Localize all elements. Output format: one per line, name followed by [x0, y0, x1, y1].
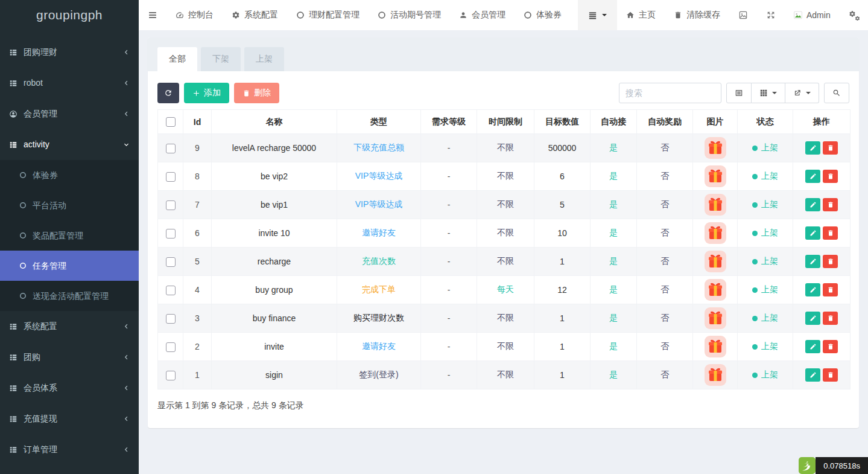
row-checkbox[interactable] [166, 314, 176, 324]
delete-row-button[interactable] [823, 255, 838, 268]
edit-button[interactable] [805, 340, 820, 353]
settings-button[interactable] [840, 0, 868, 30]
nav-item-clear-cache[interactable]: 清除缓存 [665, 0, 729, 30]
cell-type-link[interactable]: VIP等级达成 [355, 199, 403, 209]
sidebar-toggle-button[interactable] [139, 0, 166, 30]
sidebar-subitem-cash-gift-config[interactable]: 送现金活动配置管理 [0, 281, 139, 311]
edit-button[interactable] [805, 312, 820, 325]
th-list-icon [9, 415, 17, 423]
status-text: 上架 [761, 313, 778, 324]
add-button[interactable]: 添加 [184, 83, 229, 103]
delete-row-button[interactable] [823, 312, 838, 325]
cell-auto-reward: 否 [661, 143, 669, 152]
main-content: 全部 下架 上架 添加 删除 [139, 30, 868, 474]
row-checkbox[interactable] [166, 144, 176, 153]
pencil-icon [809, 229, 817, 237]
columns-button[interactable] [752, 83, 785, 103]
edit-button[interactable] [805, 368, 820, 382]
cell-type-link[interactable]: 下级充值总额 [353, 143, 404, 152]
select-all-checkbox[interactable] [166, 117, 176, 127]
row-checkbox[interactable] [166, 342, 176, 352]
row-checkbox[interactable] [166, 371, 176, 380]
col-header-name: 名称 [212, 110, 337, 134]
sidebar-item-members[interactable]: 会员管理 [0, 98, 139, 129]
edit-button[interactable] [805, 255, 820, 268]
row-checkbox[interactable] [166, 257, 176, 267]
search-button[interactable] [824, 83, 849, 103]
edit-button[interactable] [805, 170, 820, 183]
row-checkbox[interactable] [166, 229, 176, 239]
status-text: 上架 [761, 171, 778, 182]
document-image-icon [738, 10, 748, 20]
sidebar-item-robot[interactable]: robot [0, 68, 139, 98]
delete-button[interactable]: 删除 [234, 83, 279, 103]
tab-on-shelf[interactable]: 上架 [244, 47, 284, 71]
nav-doc-button[interactable] [729, 0, 757, 30]
refresh-button[interactable] [157, 83, 179, 103]
delete-row-button[interactable] [823, 198, 838, 211]
nav-item-finance-config[interactable]: 理财配置管理 [287, 0, 369, 30]
nav-item-dashboard[interactable]: 控制台 [166, 0, 223, 30]
edit-button[interactable] [805, 283, 820, 296]
sidebar-subitem-task-manage[interactable]: 任务管理 [0, 251, 139, 281]
tab-all[interactable]: 全部 [157, 47, 197, 71]
sidebar-submenu-activity: 体验券 平台活动 奖品配置管理 任务管理 送现金活动配置管理 [0, 160, 139, 311]
cell-required-level: - [448, 285, 451, 295]
delete-row-button[interactable] [823, 340, 838, 353]
detail-view-button[interactable] [726, 83, 752, 103]
row-checkbox[interactable] [166, 200, 176, 210]
fullscreen-button[interactable] [757, 0, 785, 30]
cell-type-link[interactable]: 完成下单 [362, 284, 396, 294]
nav-item-label: 主页 [639, 10, 656, 21]
delete-row-button[interactable] [823, 170, 838, 183]
sidebar-item-order-manage[interactable]: 订单管理 [0, 434, 139, 465]
toolbar-right [619, 83, 849, 103]
nav-item-system-config[interactable]: 系统配置 [223, 0, 287, 30]
cell-type-link[interactable]: 邀请好友 [362, 341, 396, 351]
delete-row-button[interactable] [823, 368, 838, 382]
nav-item-home[interactable]: 主页 [617, 0, 665, 30]
gift-image [705, 364, 726, 386]
sidebar-item-recharge-withdraw[interactable]: 充值提现 [0, 403, 139, 434]
nav-menu-dropdown[interactable] [578, 0, 617, 30]
search-input[interactable] [619, 83, 721, 103]
brand-logo[interactable]: groupingph [0, 0, 139, 30]
sidebar-subitem-prize-config[interactable]: 奖品配置管理 [0, 220, 139, 251]
sidebar-subitem-platform-activity[interactable]: 平台活动 [0, 190, 139, 220]
status-badge: 上架 [752, 370, 778, 380]
row-checkbox[interactable] [166, 286, 176, 295]
gift-image [705, 336, 726, 357]
tasks-table: Id 名称 类型 需求等级 时间限制 目标数值 自动接 自动奖励 图片 状态 操… [157, 109, 851, 389]
delete-row-button[interactable] [823, 283, 838, 296]
edit-button[interactable] [805, 198, 820, 211]
cell-type-link[interactable]: 邀请好友 [362, 228, 396, 237]
export-icon [793, 89, 802, 97]
cell-type-link[interactable]: 充值次数 [362, 256, 396, 266]
toolbar-left: 添加 删除 [157, 83, 279, 103]
delete-row-button[interactable] [823, 226, 838, 240]
tab-off-shelf[interactable]: 下架 [201, 47, 241, 71]
sidebar-item-member-system[interactable]: 会员体系 [0, 373, 139, 403]
cell-id: 3 [195, 313, 200, 323]
delete-row-button[interactable] [823, 141, 838, 155]
user-menu[interactable]: Admin [785, 0, 840, 30]
edit-button[interactable] [805, 226, 820, 240]
nav-item-members[interactable]: 会员管理 [450, 0, 515, 30]
cell-type-link[interactable]: 购买理财次数 [353, 313, 404, 322]
cell-type-link[interactable]: VIP等级达成 [355, 171, 403, 181]
cell-type-link[interactable]: 签到(登录) [359, 370, 398, 379]
sidebar-item-activity[interactable]: activity [0, 129, 139, 160]
gift-image [705, 251, 726, 272]
sidebar-item-group-finance[interactable]: 团购理财 [0, 37, 139, 68]
sidebar-item-group-buy[interactable]: 团购 [0, 342, 139, 373]
nav-item-coupon[interactable]: 体验券 [515, 0, 571, 30]
trash-icon [242, 89, 250, 97]
sidebar-subitem-coupon[interactable]: 体验券 [0, 160, 139, 190]
nav-item-activity-period[interactable]: 活动期号管理 [369, 0, 450, 30]
sidebar-item-system-config[interactable]: 系统配置 [0, 311, 139, 342]
gift-image [705, 194, 726, 216]
edit-button[interactable] [805, 141, 820, 155]
row-checkbox[interactable] [166, 172, 176, 182]
search-icon [832, 89, 841, 97]
export-button[interactable] [785, 83, 819, 103]
